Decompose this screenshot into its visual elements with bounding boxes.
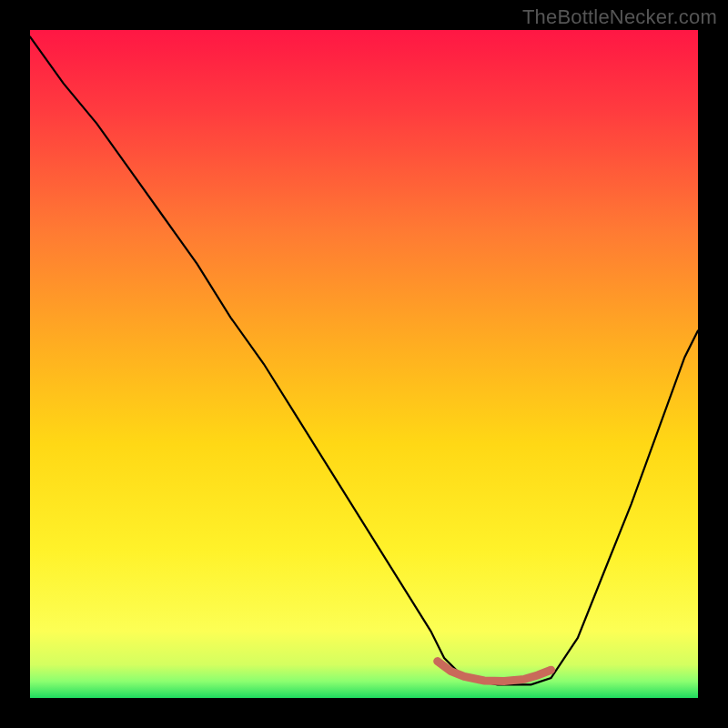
bottleneck-chart [30,30,698,698]
watermark-text: TheBottleNecker.com [522,5,717,29]
chart-container [30,30,698,698]
heat-gradient-background [30,30,698,698]
